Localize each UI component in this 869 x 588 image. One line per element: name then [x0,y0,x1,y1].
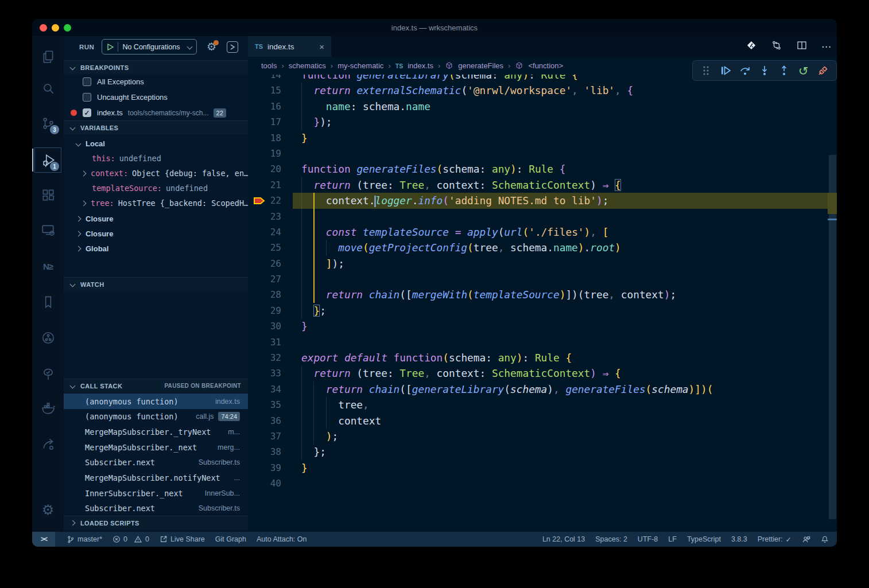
code-line-25[interactable]: 25 move(getProjectConfig(tree, schema.na… [248,240,837,255]
restart-icon[interactable]: ↻ [794,62,813,79]
stack-frame[interactable]: (anonymous function) call.js 74:24 [64,409,248,425]
breakpoint-uncaught-exceptions[interactable]: Uncaught Exceptions [64,89,248,105]
code-line-15[interactable]: 15 return externalSchematic('@nrwl/works… [248,83,837,98]
code-line-29[interactable]: 29 }; [248,303,837,318]
encoding-status[interactable]: UTF-8 [638,535,658,543]
git-branch-status[interactable]: master* [67,535,102,544]
breadcrumb-item[interactable]: my-schematic [337,61,383,70]
toolbar-drag-grip[interactable] [696,62,716,79]
code-line-17[interactable]: 17 }); [248,114,837,130]
breadcrumb-item[interactable]: <function> [528,61,563,70]
stack-frame[interactable]: Subscriber.next Subscriber.ts [64,501,248,516]
code-line-31[interactable]: 31 [248,334,837,350]
code-line-36[interactable]: 36 context [248,413,837,429]
remote-indicator[interactable]: >< [32,532,55,547]
call-stack-section-header[interactable]: CALL STACK PAUSED ON BREAKPOINT [64,379,248,392]
scope-global[interactable]: Global [64,241,248,256]
checkbox-unchecked[interactable] [83,77,91,86]
code-line-20[interactable]: 20function generateFiles(schema: any): R… [248,161,837,177]
breadcrumb-item[interactable]: schematics [289,61,326,70]
code-line-19[interactable]: 19 [248,146,837,161]
code-line-26[interactable]: 26 ]); [248,256,837,271]
more-actions-icon[interactable]: ⋯ [821,41,831,53]
live-share-icon[interactable] [32,429,64,459]
remote-explorer-icon[interactable] [32,215,64,245]
eol-status[interactable]: LF [668,535,677,543]
step-out-icon[interactable] [774,62,794,79]
code-line-27[interactable]: 27 [248,271,837,287]
stack-frame[interactable]: InnerSubscriber._next InnerSub... [64,485,248,501]
loaded-scripts-section-header[interactable]: LOADED SCRIPTS [64,516,248,529]
variable-this[interactable]: this: undefined [64,151,248,166]
variable-templateSource[interactable]: templateSource: undefined [64,181,248,196]
code-line-22[interactable]: 22 context.logger.info('adding NOTES.md … [248,193,837,208]
cursor-position-status[interactable]: Ln 22, Col 13 [542,535,585,543]
code-line-24[interactable]: 24 const templateSource = apply(url('./f… [248,224,837,240]
source-control-icon[interactable]: 3 [32,108,64,138]
breadcrumb-item[interactable]: index.ts [408,61,433,70]
variables-section-header[interactable]: VARIABLES [64,120,248,134]
scope-local[interactable]: Local [64,136,248,151]
stack-frame[interactable]: MergeMapSubscriber.notifyNext ... [64,470,248,486]
start-debug-icon[interactable] [107,44,114,50]
code-line-34[interactable]: 34 return chain([generateLibrary(schema)… [248,381,837,397]
problems-status[interactable]: 0 0 [112,535,149,543]
run-debug-icon[interactable]: 1 [32,145,64,175]
code-line-37[interactable]: 37 ); [248,429,837,444]
breakpoints-section-header[interactable]: BREAKPOINTS [64,60,248,74]
prettier-status[interactable]: Prettier:✓ [758,535,792,544]
split-editor-icon[interactable] [796,40,808,53]
close-tab-icon[interactable]: × [319,42,324,52]
disconnect-icon[interactable] [813,62,833,79]
scope-closure-1[interactable]: Closure [64,211,248,226]
variable-tree[interactable]: tree: HostTree {_backend: ScopedH… [64,196,248,211]
stack-frame[interactable]: (anonymous function) index.ts [64,394,248,409]
checkbox-unchecked[interactable] [83,93,91,102]
code-line-40[interactable]: 40 [248,476,837,491]
breadcrumb-item[interactable]: tools [261,61,277,70]
compare-changes-icon[interactable] [771,40,782,53]
ts-version-status[interactable]: 3.8.3 [731,535,747,543]
test-explorer-icon[interactable] [32,359,64,389]
notifications-bell-icon[interactable] [821,535,829,544]
code-line-32[interactable]: 32export default function(schema: any): … [248,350,837,365]
live-share-status[interactable]: Live Share [160,535,205,543]
continue-icon[interactable] [716,62,735,79]
breakpoint-index-ts[interactable]: ✓ index.ts tools/schematics/my-sch... 22 [64,105,248,120]
configure-gear-button[interactable]: ⚙ [205,40,218,54]
auto-attach-status[interactable]: Auto Attach: On [257,535,307,543]
stack-frame[interactable]: Subscriber.next Subscriber.ts [64,455,248,470]
code-line-21[interactable]: 21 return (tree: Tree, context: Schemati… [248,177,837,193]
search-icon[interactable] [32,73,64,103]
paused-breakpoint-arrow-icon[interactable] [253,194,266,207]
watch-section-header[interactable]: WATCH [64,277,248,291]
bookmarks-icon[interactable] [32,287,64,317]
docker-icon[interactable] [32,393,64,423]
nx-console-icon[interactable]: N≥ [32,251,64,281]
code-line-18[interactable]: 18} [248,130,837,146]
extensions-icon[interactable] [32,180,64,209]
step-over-icon[interactable] [735,62,755,79]
manage-gear-icon[interactable]: ⚙ [32,495,64,525]
code-line-23[interactable]: 23 [248,209,837,224]
code-line-38[interactable]: 38 }; [248,444,837,460]
stack-frame[interactable]: MergeMapSubscriber._next merg... [64,439,248,455]
code-line-28[interactable]: 28 return chain([mergeWith(templateSourc… [248,287,837,302]
code-line-30[interactable]: 30} [248,318,837,334]
explorer-icon[interactable] [32,42,64,72]
breakpoint-all-exceptions[interactable]: All Exceptions [64,74,248,89]
open-changes-icon[interactable] [746,40,757,53]
launch-configuration-dropdown[interactable]: No Configurations [102,39,197,54]
feedback-icon[interactable] [802,535,810,544]
language-status[interactable]: TypeScript [687,535,721,543]
tab-index-ts[interactable]: TS index.ts × [248,36,331,57]
scrollbar[interactable] [828,75,837,532]
code-area[interactable]: 14function generateLibrary(schema: any):… [248,75,837,532]
variable-context[interactable]: context: Object {debug: false, en… [64,166,248,181]
git-graph-status[interactable]: Git Graph [215,535,246,543]
indentation-status[interactable]: Spaces: 2 [595,535,627,543]
code-line-33[interactable]: 33 return (tree: Tree, context: Schemati… [248,365,837,381]
git-history-icon[interactable] [32,323,64,353]
code-line-35[interactable]: 35 tree, [248,397,837,412]
checkbox-checked[interactable]: ✓ [83,108,91,117]
